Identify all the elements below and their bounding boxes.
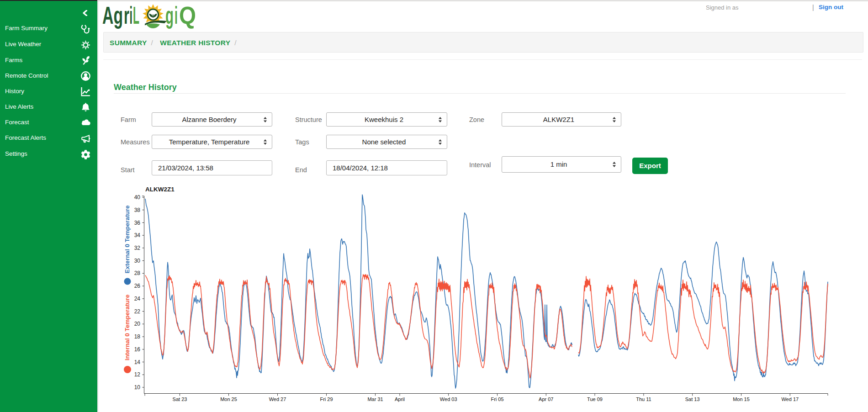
svg-text:Apr 07: Apr 07 [539,396,553,402]
svg-text:Q: Q [179,3,196,29]
svg-text:20: 20 [134,321,141,327]
svg-text:22: 22 [134,308,141,315]
svg-text:Sat 23: Sat 23 [173,396,187,402]
svg-text:Mar 31: Mar 31 [367,396,383,402]
svg-text:r: r [124,3,129,29]
svg-text:32: 32 [134,245,141,251]
svg-text:Mon 15: Mon 15 [733,396,750,402]
svg-text:Tue 09: Tue 09 [587,396,603,402]
svg-text:16: 16 [134,346,141,353]
svg-text:12: 12 [134,371,141,378]
svg-text:Thu 11: Thu 11 [636,396,651,402]
svg-text:26: 26 [134,283,141,289]
svg-text:L: L [133,3,139,29]
svg-text:g: g [165,3,174,29]
svg-text:Ag: Ag [102,3,123,29]
svg-text:April: April [395,396,405,402]
svg-text:28: 28 [134,270,141,276]
svg-text:14: 14 [134,359,141,365]
svg-text:i: i [175,3,178,29]
svg-text:Wed 27: Wed 27 [269,396,286,402]
svg-text:36: 36 [134,220,141,226]
svg-text:Wed 03: Wed 03 [440,396,457,402]
svg-text:Mon 25: Mon 25 [220,396,237,402]
svg-text:18: 18 [134,333,141,340]
svg-text:30: 30 [134,258,141,264]
svg-text:10: 10 [134,384,141,391]
svg-text:ALKW2Z1: ALKW2Z1 [145,186,175,193]
svg-text:i: i [130,3,133,29]
svg-text:Internal 0 Temperature: Internal 0 Temperature [124,294,131,360]
svg-text:Fri 29: Fri 29 [320,396,333,402]
svg-text:38: 38 [134,207,141,213]
svg-text:Sat 13: Sat 13 [685,396,700,402]
svg-text:Wed 17: Wed 17 [781,396,799,402]
svg-text:34: 34 [134,232,141,238]
svg-text:24: 24 [134,296,141,302]
svg-text:Fri 05: Fri 05 [491,396,503,402]
svg-text:External 0 Temperature: External 0 Temperature [124,205,131,274]
svg-text:40: 40 [134,194,141,201]
